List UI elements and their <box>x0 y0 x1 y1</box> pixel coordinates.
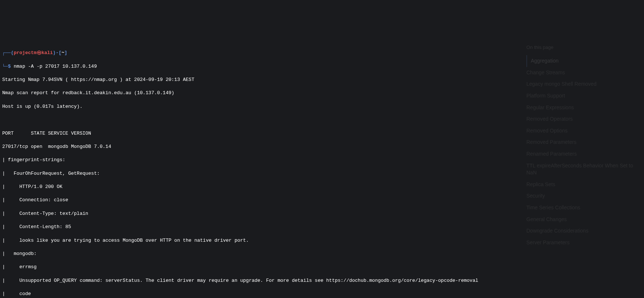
toc-item[interactable]: Platform Support <box>526 90 644 102</box>
toc-item[interactable]: Removed Parameters <box>526 136 644 148</box>
command-text: nmap -A -p 27017 10.137.0.149 <box>14 64 97 69</box>
toc-item[interactable]: Removed Options <box>526 125 644 137</box>
background-toc: On this page Aggregation Change Streams … <box>526 44 644 248</box>
toc-title: On this page <box>526 44 644 51</box>
toc-item[interactable]: Renamed Parameters <box>526 148 644 160</box>
output-line: | mongodb: <box>2 251 642 257</box>
toc-item[interactable]: Aggregation <box>526 55 644 67</box>
output-line: | errmsg <box>2 264 642 270</box>
toc-item[interactable]: Legacy mongo Shell Removed <box>526 78 644 90</box>
toc-item[interactable]: Security <box>526 190 644 202</box>
toc-item[interactable]: Regular Expressions <box>526 102 644 114</box>
output-line: | code <box>2 291 642 297</box>
output-line: | Unsupported OP_QUERY command: serverSt… <box>2 277 642 284</box>
toc-item[interactable]: Change Streams <box>526 67 644 79</box>
toc-item[interactable]: General Changes <box>526 214 644 226</box>
toc-item[interactable]: Server Parameters <box>526 237 644 249</box>
toc-item[interactable]: TTL expireAfterSeconds Behavior When Set… <box>526 160 644 179</box>
toc-item[interactable]: Time Series Collections <box>526 202 644 214</box>
toc-item[interactable]: Removed Operators <box>526 113 644 125</box>
toc-item[interactable]: Downgrade Considerations <box>526 225 644 237</box>
toc-item[interactable]: Replica Sets <box>526 179 644 191</box>
